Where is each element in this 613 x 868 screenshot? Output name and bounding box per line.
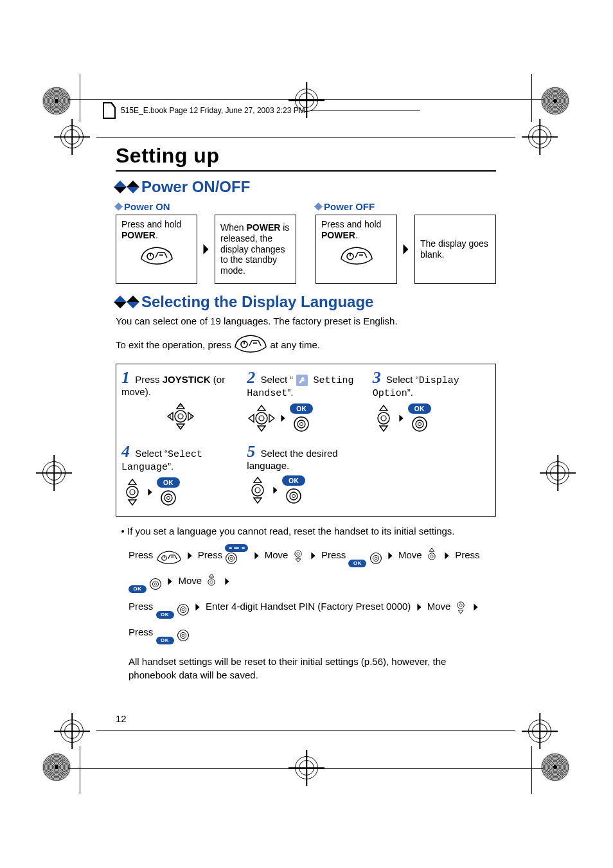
language-section: Selecting the Display Language You can s…	[116, 293, 496, 682]
svg-point-45	[153, 581, 159, 587]
language-steps-frame: 1 Press JOYSTICK (or move).	[116, 364, 496, 517]
svg-point-17	[378, 412, 389, 424]
crop-rule	[80, 746, 80, 794]
svg-point-16	[300, 423, 303, 426]
language-step-5: 5 Select the desired language. OK	[247, 443, 364, 509]
power-columns: Power ON Press and hold POWER.	[116, 199, 496, 284]
registration-target-icon	[60, 720, 84, 743]
reset-bullet: If you set a language you cannot read, r…	[127, 524, 496, 538]
crop-rule	[96, 137, 515, 138]
power-off-step1-box: Press and hold POWER.	[315, 215, 397, 284]
registration-dot-icon	[541, 87, 569, 115]
ok-key-icon: OK	[129, 578, 162, 597]
crop-rule	[68, 768, 544, 769]
power-off-step2-text: The display goes blank.	[420, 238, 490, 260]
print-header-text: 515E_E.book Page 12 Friday, June 27, 200…	[121, 106, 305, 115]
reset-sequence: Press Press Move	[129, 544, 496, 648]
language-intro: You can select one of 19 languages. The …	[116, 315, 496, 328]
ok-key-icon: OK	[282, 475, 305, 507]
power-on-step1-box: Press and hold POWER.	[116, 215, 197, 284]
step-number-2: 2	[247, 368, 255, 387]
ok-key-icon: OK	[156, 603, 190, 623]
crop-rule	[531, 746, 532, 794]
svg-point-21	[418, 423, 421, 426]
language-step-4: 4 Select “Select Language”.	[121, 443, 239, 509]
svg-point-49	[177, 605, 188, 616]
arrow-right-icon	[387, 547, 393, 567]
joystick-up-icon	[204, 571, 218, 597]
svg-point-25	[164, 494, 172, 502]
ok-key-icon: OK	[348, 552, 382, 571]
svg-point-44	[150, 579, 161, 590]
registration-target-icon	[295, 756, 318, 779]
menu-key-icon	[225, 544, 248, 571]
svg-point-36	[230, 557, 233, 560]
arrow-right-icon	[147, 488, 153, 499]
diamond-icon	[314, 202, 323, 211]
svg-point-20	[416, 420, 423, 428]
page-title: Setting up	[116, 144, 496, 168]
power-off-step2-box: The display goes blank.	[414, 215, 496, 284]
svg-point-56	[182, 634, 184, 637]
arrow-right-icon	[473, 599, 479, 618]
arrow-right-icon	[416, 599, 422, 618]
diamond-icon	[127, 296, 139, 308]
svg-point-31	[292, 495, 296, 498]
joystick-down-icon	[291, 545, 305, 571]
svg-point-7	[178, 414, 183, 419]
crop-rule	[531, 74, 532, 122]
step-number-3: 3	[373, 368, 381, 387]
reset-note: All handset settings will be reset to th…	[129, 655, 496, 682]
step-number-5: 5	[247, 442, 255, 461]
svg-point-12	[256, 412, 267, 424]
page: 515E_E.book Page 12 Friday, June 27, 200…	[0, 0, 613, 868]
power-key-icon	[156, 549, 182, 571]
svg-point-39	[370, 553, 381, 564]
svg-point-46	[154, 583, 157, 585]
svg-point-40	[373, 556, 378, 562]
crop-rule	[80, 74, 80, 122]
registration-dot-icon	[42, 87, 71, 115]
diamond-icon	[114, 296, 127, 308]
power-off-column: Power OFF Press and hold POWER.	[315, 199, 496, 284]
power-off-label: Power OFF	[324, 201, 375, 212]
title-rule	[116, 170, 496, 172]
arrow-right-icon	[167, 573, 173, 592]
joystick-4way-icon	[247, 403, 276, 436]
crop-rule	[96, 730, 515, 731]
language-step-1: 1 Press JOYSTICK (or move).	[121, 369, 239, 436]
ok-key-icon: OK	[408, 403, 431, 435]
wrench-icon	[296, 375, 308, 386]
section-heading-power: Power ON/OFF	[116, 178, 496, 196]
svg-point-13	[259, 416, 264, 421]
diamond-icon	[127, 181, 139, 193]
document-icon	[103, 102, 116, 119]
svg-point-22	[127, 486, 138, 498]
svg-point-30	[290, 492, 298, 500]
joystick-updown-icon	[247, 475, 269, 508]
joystick-up-icon	[425, 545, 439, 571]
reset-block: If you set a language you cannot read, r…	[116, 524, 496, 682]
joystick-updown-icon	[373, 403, 395, 436]
svg-point-38	[296, 553, 299, 556]
power-on-label: Power ON	[124, 201, 170, 212]
language-step-3: 3 Select “Display Option”.	[373, 369, 490, 436]
registration-dot-icon	[42, 753, 71, 781]
svg-point-14	[294, 417, 308, 431]
svg-point-35	[229, 556, 235, 562]
arrow-right-icon	[272, 486, 278, 497]
arrow-right-icon	[402, 244, 409, 255]
ok-key-icon: OK	[157, 477, 180, 509]
power-on-step2-text: When POWER is released, the display chan…	[220, 222, 290, 276]
power-off-step1-text: Press and hold POWER.	[321, 219, 381, 240]
diamond-icon	[114, 181, 127, 193]
power-key-icon	[234, 333, 267, 357]
svg-point-47	[208, 579, 215, 585]
language-step-2: 2 Select “ Setting Handset”.	[247, 369, 364, 436]
svg-point-52	[457, 602, 463, 608]
registration-target-icon	[528, 125, 551, 148]
section-title: Selecting the Display Language	[141, 293, 373, 311]
print-header: 515E_E.book Page 12 Friday, June 27, 200…	[103, 102, 420, 119]
content-area: Setting up Power ON/OFF Power ON Press a…	[116, 144, 496, 724]
svg-point-51	[182, 608, 184, 611]
